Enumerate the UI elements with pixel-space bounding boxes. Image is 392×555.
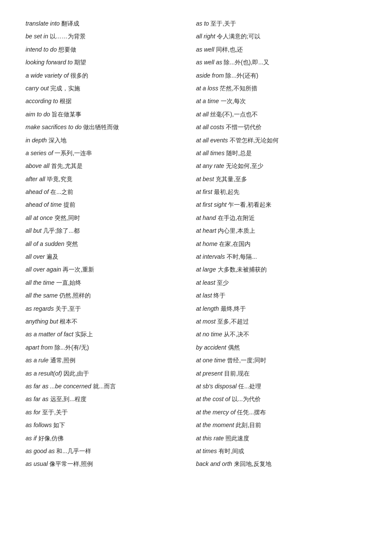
english-phrase: at this rate: [196, 435, 224, 442]
english-phrase: all right: [196, 33, 215, 40]
chinese-translation: 像平常一样,照例: [49, 460, 93, 467]
list-item: at large 大多数,未被捕获的: [196, 263, 366, 276]
english-phrase: at least: [196, 279, 215, 286]
chinese-translation: 令人满意的;可以: [217, 33, 260, 40]
phrases-grid: translate into 翻译成as to 至于,关于be set in 以…: [26, 17, 366, 471]
list-item: make sacrifices to do 做出牺牲而做: [26, 121, 196, 133]
english-phrase: ahead of time: [26, 201, 62, 208]
chinese-translation: 关于,至于: [55, 305, 81, 312]
chinese-translation: 同样,也,还: [216, 46, 243, 53]
english-phrase: at the moment: [196, 422, 234, 428]
list-item: a wide variety of 很多的: [26, 69, 196, 82]
list-item: as well as 除...外(也),即...又: [196, 56, 366, 69]
list-item: at first 最初,起先: [196, 185, 366, 198]
english-phrase: as a matter of fact: [26, 331, 73, 338]
list-item: at a time 一次,每次: [196, 95, 366, 107]
english-phrase: at best: [196, 176, 214, 182]
chinese-translation: 通常,照例: [50, 357, 76, 364]
list-item: at hand 在手边,在附近: [196, 211, 366, 224]
english-phrase: as good as: [26, 448, 55, 454]
chinese-translation: 至于,关于: [210, 20, 236, 27]
english-phrase: all but: [26, 227, 41, 234]
chinese-translation: 除...外(也),即...又: [224, 59, 269, 66]
chinese-translation: 最终,终于: [221, 305, 246, 312]
chinese-translation: 仍然,照样的: [59, 292, 91, 299]
list-item: by accident 偶然: [196, 341, 366, 354]
english-phrase: back and orth: [196, 460, 232, 467]
list-item: at present 目前,现在: [196, 367, 366, 380]
chinese-translation: 照此速度: [225, 435, 249, 442]
chinese-translation: 除...外(还有): [225, 72, 258, 79]
english-phrase: at first: [196, 188, 212, 195]
english-phrase: at all costs: [196, 124, 224, 130]
english-phrase: at a time: [196, 98, 219, 104]
list-item: as good as 和...几乎一样: [26, 445, 196, 457]
english-phrase: at the mercy of: [196, 409, 236, 416]
chinese-translation: 首先,尤其是: [51, 162, 83, 169]
list-item: at all costs 不惜一切代价: [196, 121, 366, 133]
english-phrase: translate into: [26, 20, 60, 27]
chinese-translation: 一次,每次: [221, 98, 246, 104]
list-item: at the cost of 以...为代价: [196, 393, 366, 405]
chinese-translation: 在家,在国内: [219, 240, 251, 247]
english-phrase: as a rule: [26, 357, 49, 364]
english-phrase: at all events: [196, 137, 228, 144]
chinese-translation: 期望: [74, 59, 86, 66]
chinese-translation: 充其量,至多: [216, 176, 247, 182]
chinese-translation: 一直,始终: [56, 279, 82, 286]
list-item: at all times 随时,总是: [196, 147, 366, 159]
chinese-translation: 至多,不超过: [217, 318, 249, 325]
list-item: at times 有时,间或: [196, 445, 366, 457]
english-phrase: at all: [196, 111, 209, 118]
list-item: as regards 关于,至于: [26, 302, 196, 315]
english-phrase: at first sight: [196, 201, 227, 208]
english-phrase: at home: [196, 240, 218, 247]
list-item: ahead of time 提前: [26, 198, 196, 211]
chinese-translation: 随时,总是: [226, 150, 252, 156]
list-item: at intervals 不时,每隔...: [196, 250, 366, 263]
list-item: at all 丝毫(不),一点也不: [196, 108, 366, 121]
english-phrase: according to: [26, 98, 58, 104]
list-item: translate into 翻译成: [26, 17, 196, 30]
chinese-translation: 不管怎样,无论如何: [230, 137, 279, 144]
chinese-translation: 从不,决不: [224, 331, 249, 338]
chinese-translation: 远至,到...程度: [50, 396, 87, 402]
chinese-translation: 有时,间或: [219, 448, 244, 454]
list-item: as for 至于,关于: [26, 406, 196, 419]
english-phrase: as regards: [26, 305, 54, 312]
list-item: at one time 曾经,一度;同时: [196, 354, 366, 367]
list-item: at the mercy of 任凭...摆布: [196, 406, 366, 419]
english-phrase: at a loss: [196, 85, 218, 92]
english-phrase: at the cost of: [196, 396, 230, 402]
chinese-translation: 翻译成: [61, 20, 79, 27]
chinese-translation: 因此,由于: [63, 370, 89, 377]
list-item: as a rule 通常,照例: [26, 354, 196, 367]
list-item: at first sight 乍一看,初看起来: [196, 198, 366, 211]
english-phrase: as well: [196, 46, 214, 53]
list-item: at sb's disposal 任...处理: [196, 380, 366, 393]
chinese-translation: 最初,起先: [214, 188, 239, 195]
english-phrase: at present: [196, 370, 222, 377]
english-phrase: as a result(of): [26, 370, 62, 377]
list-item: carry out 完成，实施: [26, 82, 196, 95]
list-item: anything but 根本不: [26, 315, 196, 328]
english-phrase: carry out: [26, 85, 49, 92]
list-item: a series of 一系列,一连串: [26, 147, 196, 159]
list-item: all but 几乎;除了...都: [26, 224, 196, 237]
list-item: all over again 再一次,重新: [26, 263, 196, 276]
english-phrase: at times: [196, 448, 217, 454]
list-item: as to 至于,关于: [196, 17, 366, 30]
list-item: at all events 不管怎样,无论如何: [196, 134, 366, 147]
list-item: at no time 从不,决不: [196, 328, 366, 341]
list-item: above all 首先,尤其是: [26, 159, 196, 172]
english-phrase: at heart: [196, 227, 216, 234]
list-item: at best 充其量,至多: [196, 173, 366, 185]
chinese-translation: 来回地,反复地: [234, 460, 271, 467]
english-phrase: at length: [196, 305, 219, 312]
list-item: after all 毕竟,究竟: [26, 173, 196, 185]
list-item: all the same 仍然,照样的: [26, 289, 196, 302]
english-phrase: as follows: [26, 422, 52, 428]
chinese-translation: 完成，实施: [50, 85, 80, 92]
chinese-translation: 毕竟,究竟: [47, 176, 72, 182]
chinese-translation: 以...为代价: [232, 396, 261, 402]
